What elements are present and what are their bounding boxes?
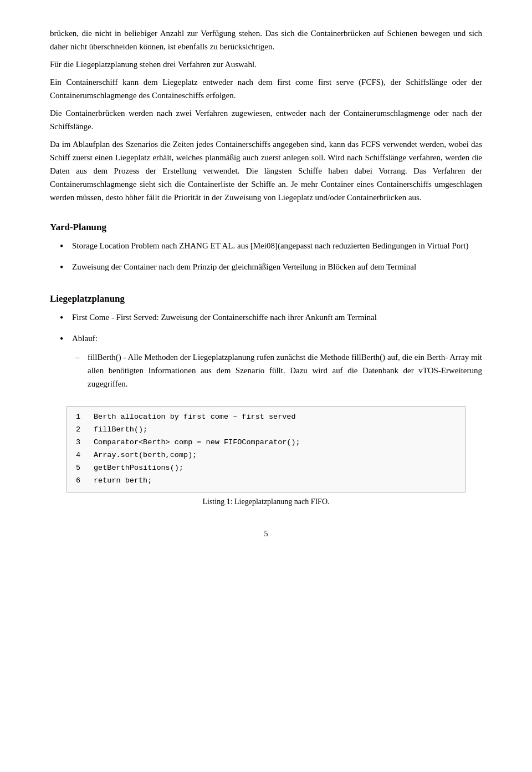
code-line: 5getBerthPositions(); <box>76 462 456 475</box>
code-line-text: getBerthPositions(); <box>94 462 183 475</box>
yard-heading: Yard-Planung <box>50 220 482 235</box>
code-line-number: 2 <box>76 424 87 436</box>
paragraph-2: Für die Liegeplatzplanung stehen drei Ve… <box>50 58 482 71</box>
code-line-number: 1 <box>76 411 87 424</box>
code-line-number: 3 <box>76 436 87 449</box>
bullet-dot-2: • <box>60 260 70 276</box>
liegeplatz-bullet-1-text: First Come - First Served: Zuweisung der… <box>72 311 377 324</box>
liegeplatz-ablauf-label: Ablauf: <box>72 332 98 345</box>
bullet-dot-3: • <box>60 311 70 326</box>
liegeplatz-section: Liegeplatzplanung • First Come - First S… <box>50 291 482 397</box>
code-line: 3Comparator<Berth> comp = new FIFOCompar… <box>76 436 456 449</box>
dash-1: – <box>75 351 85 364</box>
code-line-text: Berth allocation by first come – first s… <box>94 411 296 424</box>
yard-section: Yard-Planung • Storage Location Problem … <box>50 220 482 276</box>
ablauf-sub-1: – fillBerth() - Alle Methoden der Liegep… <box>75 351 482 390</box>
yard-bullet-2: • Zuweisung der Container nach dem Prinz… <box>60 260 482 276</box>
yard-bullet-2-text: Zuweisung der Container nach dem Prinzip… <box>72 260 416 273</box>
paragraph-4: Die Containerbrücken werden nach zwei Ve… <box>50 106 482 133</box>
bullet-dot-1: • <box>60 239 70 255</box>
liegeplatz-bullet-1: • First Come - First Served: Zuweisung d… <box>60 311 482 326</box>
yard-bullet-1-text: Storage Location Problem nach ZHANG ET A… <box>72 239 468 252</box>
code-line-text: Array.sort(berth,comp); <box>94 449 197 462</box>
ablauf-sub-list: – fillBerth() - Alle Methoden der Liegep… <box>75 351 482 394</box>
ablauf-sub-1-text: fillBerth() - Alle Methoden der Liegepla… <box>88 351 482 390</box>
page-number: 5 <box>50 528 482 540</box>
code-line: 2fillBerth(); <box>76 424 456 436</box>
liegeplatz-bullet-list: • First Come - First Served: Zuweisung d… <box>60 311 482 397</box>
code-line: 1Berth allocation by first come – first … <box>76 411 456 424</box>
code-line-text: Comparator<Berth> comp = new FIFOCompara… <box>94 436 300 449</box>
liegeplatz-heading: Liegeplatzplanung <box>50 291 482 306</box>
code-block: 1Berth allocation by first come – first … <box>66 406 466 492</box>
code-line-text: fillBerth(); <box>94 424 147 436</box>
yard-bullet-list: • Storage Location Problem nach ZHANG ET… <box>60 239 482 276</box>
bullet-dot-4: • <box>60 332 70 347</box>
code-line-number: 6 <box>76 475 87 487</box>
code-line-number: 5 <box>76 462 87 475</box>
code-line-number: 4 <box>76 449 87 462</box>
listing-caption: Listing 1: Liegeplatzplanung nach FIFO. <box>50 496 482 508</box>
code-line-text: return berth; <box>94 475 152 487</box>
code-line: 4Array.sort(berth,comp); <box>76 449 456 462</box>
liegeplatz-bullet-2: • Ablauf: – fillBerth() - Alle Methoden … <box>60 332 482 397</box>
paragraph-5: Da im Ablaufplan des Szenarios die Zeite… <box>50 138 482 204</box>
paragraph-3: Ein Containerschiff kann dem Liegeplatz … <box>50 75 482 102</box>
yard-bullet-1: • Storage Location Problem nach ZHANG ET… <box>60 239 482 255</box>
code-line: 6return berth; <box>76 475 456 487</box>
paragraph-1: brücken, die nicht in beliebiger Anzahl … <box>50 27 482 53</box>
